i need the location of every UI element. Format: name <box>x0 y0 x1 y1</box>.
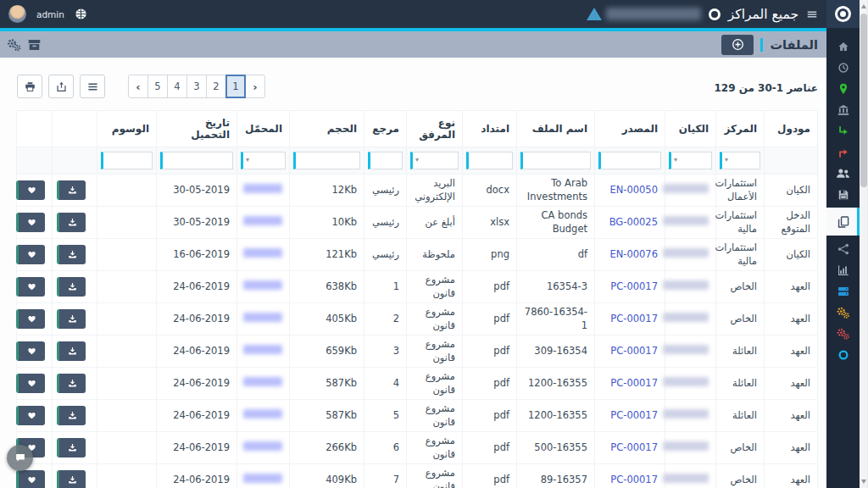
link-source[interactable]: PC-00017 <box>610 345 658 357</box>
link-source[interactable]: EN-00050 <box>609 184 658 196</box>
column-header-attach_type[interactable]: نوع المرفق <box>407 111 463 147</box>
sidebar-item-users[interactable] <box>826 163 860 184</box>
filter-attach_type: ▾ <box>410 152 459 169</box>
prev-page-button[interactable]: ‹ <box>128 75 148 98</box>
favorite-button[interactable] <box>16 470 45 488</box>
menu-toggle-icon[interactable] <box>806 8 818 20</box>
link-source[interactable]: PC-00017 <box>610 474 658 485</box>
favorite-button[interactable] <box>16 213 45 232</box>
favorite-button[interactable] <box>16 277 45 297</box>
download-button[interactable] <box>57 438 86 458</box>
cell-text: pdf <box>493 313 509 324</box>
favorite-button[interactable] <box>16 180 45 200</box>
filter-input-upload_date[interactable] <box>163 152 232 169</box>
scrollbar-thumb[interactable] <box>860 14 867 187</box>
download-button[interactable] <box>57 341 86 361</box>
settings-gears-icon[interactable] <box>7 38 21 52</box>
archive-box-icon[interactable] <box>27 38 42 52</box>
filter-input-uploader[interactable] <box>243 152 285 169</box>
column-header-entity[interactable]: الكيان <box>665 111 716 147</box>
sidebar-item-system-settings[interactable] <box>826 323 860 344</box>
link-source[interactable]: PC-00017 <box>610 280 658 292</box>
favorite-button[interactable] <box>16 406 45 425</box>
column-header-ext[interactable]: امتداد <box>463 111 517 147</box>
print-button[interactable] <box>17 75 42 98</box>
add-file-button[interactable] <box>721 35 754 55</box>
download-button[interactable] <box>57 309 86 329</box>
download-button[interactable] <box>57 406 86 425</box>
column-header-ref[interactable]: مرجع <box>364 111 407 147</box>
filter-input-ref[interactable] <box>370 152 402 169</box>
favorite-button[interactable] <box>16 309 45 329</box>
sidebar-item-database[interactable] <box>826 280 860 302</box>
filter-input-tags[interactable] <box>103 152 152 169</box>
column-header-upload_date[interactable]: تاريخ التحميل <box>157 111 237 147</box>
sidebar-item-banks[interactable] <box>826 99 860 120</box>
chat-fab[interactable] <box>7 445 33 471</box>
scroll-down-arrow[interactable] <box>861 480 866 484</box>
download-button[interactable] <box>57 180 86 200</box>
filter-cell-size <box>290 147 364 175</box>
scroll-up-arrow[interactable] <box>861 4 866 8</box>
page-button-4[interactable]: 4 <box>167 75 187 98</box>
filter-input-size[interactable] <box>296 152 359 169</box>
sidebar-item-records[interactable] <box>826 184 860 205</box>
sidebar-item-settings[interactable] <box>826 302 860 323</box>
sidebar-item-income[interactable] <box>826 120 860 141</box>
sidebar-item-statistics[interactable] <box>826 259 860 280</box>
download-button[interactable] <box>57 213 86 232</box>
app-logo-button[interactable] <box>826 0 860 28</box>
favorite-button[interactable] <box>16 341 45 361</box>
column-header-source[interactable]: المصدر <box>595 111 665 147</box>
sidebar-item-locations[interactable] <box>826 78 860 99</box>
filter-input-ext[interactable] <box>469 152 512 169</box>
centers-scope-title[interactable]: جميع المراكز <box>728 7 798 22</box>
filter-input-filename[interactable] <box>523 152 590 169</box>
filter-input-entity[interactable] <box>671 152 711 169</box>
user-name[interactable]: admin <box>36 9 64 19</box>
link-source[interactable]: PC-00017 <box>610 409 658 421</box>
filter-input-attach_type[interactable] <box>413 152 458 169</box>
sidebar-item-dashboard[interactable] <box>826 57 860 78</box>
cell-favorite <box>17 368 53 400</box>
export-button[interactable] <box>48 75 74 98</box>
filter-cell-module <box>765 147 818 175</box>
page-button-1[interactable]: 1 <box>225 75 246 98</box>
sidebar-item-files[interactable] <box>826 208 860 236</box>
cell-module: الكيان <box>765 239 818 271</box>
download-button[interactable] <box>57 277 86 297</box>
column-header-filename[interactable]: اسم الملف <box>517 111 595 147</box>
filter-input-source[interactable] <box>601 152 660 169</box>
list-view-button[interactable] <box>80 75 105 98</box>
globe-icon[interactable] <box>75 8 87 20</box>
cell-tags <box>97 303 157 336</box>
next-page-button[interactable]: › <box>245 75 265 98</box>
column-header-module[interactable]: مودول <box>765 111 818 147</box>
page-button-3[interactable]: 3 <box>186 75 207 98</box>
sidebar-item-status[interactable] <box>826 344 860 365</box>
column-header-size[interactable]: الحجم <box>290 111 364 147</box>
link-source[interactable]: EN-00076 <box>609 248 658 260</box>
column-header-tags[interactable]: الوسوم <box>97 111 157 147</box>
link-source[interactable]: BG-00025 <box>609 216 658 228</box>
filter-input-center[interactable] <box>722 152 760 169</box>
download-button[interactable] <box>57 470 86 488</box>
download-button[interactable] <box>57 374 86 393</box>
column-header-uploader[interactable]: المحمّل <box>237 111 290 147</box>
user-avatar[interactable] <box>8 5 26 23</box>
page-button-5[interactable]: 5 <box>147 75 168 98</box>
sidebar-item-home[interactable] <box>826 36 860 57</box>
cell-tags <box>97 464 157 488</box>
column-header-center[interactable]: المركز <box>716 111 765 147</box>
favorite-button[interactable] <box>16 374 45 393</box>
favorite-button[interactable] <box>16 245 45 264</box>
link-source[interactable]: PC-00017 <box>610 377 658 389</box>
page-scrollbar[interactable] <box>860 0 868 488</box>
sidebar-item-connections[interactable] <box>826 238 860 259</box>
page-button-2[interactable]: 2 <box>206 75 226 98</box>
link-source[interactable]: PC-00017 <box>610 441 658 453</box>
cell-attach_type: مشروع قانون <box>407 464 463 488</box>
sidebar-item-outcome[interactable] <box>826 141 860 163</box>
download-button[interactable] <box>57 245 86 264</box>
link-source[interactable]: PC-00017 <box>610 313 658 324</box>
